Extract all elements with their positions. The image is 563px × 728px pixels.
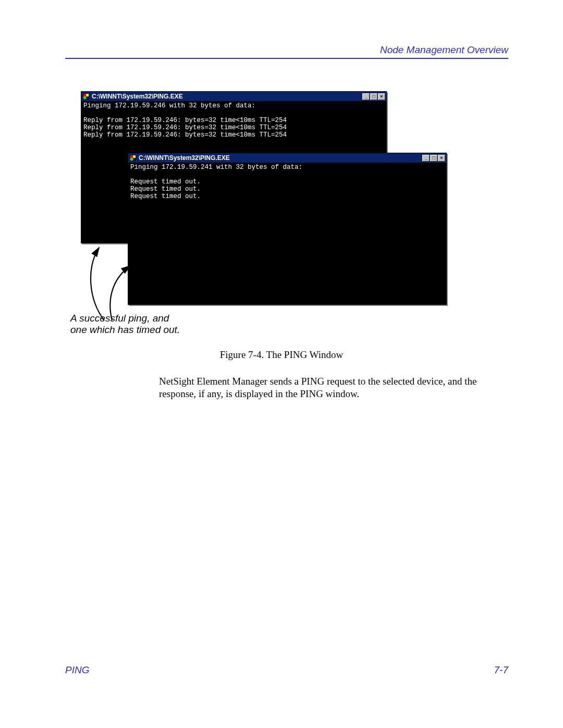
window-controls: _ □ ×: [422, 155, 445, 162]
caption-line: one which has timed out.: [70, 324, 180, 336]
console-output: Pinging 172.19.59.241 with 32 bytes of d…: [128, 163, 446, 202]
maximize-button[interactable]: □: [370, 93, 377, 100]
caption-line: A successful ping, and: [70, 313, 180, 324]
minimize-button[interactable]: _: [362, 93, 370, 100]
close-button[interactable]: ×: [378, 93, 385, 100]
section-title: Node Management Overview: [65, 44, 508, 56]
ms-dos-icon: [129, 154, 137, 162]
figure-area: C:\WINNT\System32\PING.EXE _ □ × Pinging…: [81, 91, 446, 331]
maximize-button[interactable]: □: [430, 155, 437, 162]
svg-rect-2: [86, 94, 89, 96]
svg-rect-1: [83, 94, 86, 96]
titlebar: C:\WINNT\System32\PING.EXE _ □ ×: [81, 92, 386, 101]
figure-label: Figure 7-4. The PING Window: [0, 349, 563, 361]
svg-rect-3: [83, 96, 86, 99]
ms-dos-icon: [82, 93, 90, 100]
page: Node Management Overview C:\WINNT\System…: [0, 0, 563, 728]
footer-left: PING: [65, 664, 89, 676]
console-output: Pinging 172.19.59.246 with 32 bytes of d…: [81, 101, 386, 141]
window-title: C:\WINNT\System32\PING.EXE: [139, 154, 422, 162]
page-header: Node Management Overview: [65, 44, 508, 63]
svg-rect-9: [133, 158, 136, 161]
figure-caption: A successful ping, and one which has tim…: [70, 313, 180, 336]
close-button[interactable]: ×: [438, 155, 445, 162]
body-paragraph: NetSight Element Manager sends a PING re…: [159, 375, 508, 400]
window-title: C:\WINNT\System32\PING.EXE: [92, 93, 362, 100]
svg-rect-8: [130, 158, 133, 161]
titlebar: C:\WINNT\System32\PING.EXE _ □ ×: [128, 153, 446, 163]
header-rule: [65, 58, 508, 59]
ping-window-timeout: C:\WINNT\System32\PING.EXE _ □ × Pinging…: [128, 153, 447, 305]
page-footer: PING 7-7: [65, 664, 508, 676]
minimize-button[interactable]: _: [422, 155, 430, 162]
svg-rect-6: [130, 155, 133, 158]
svg-rect-7: [133, 155, 136, 158]
window-controls: _ □ ×: [362, 93, 385, 100]
footer-page-number: 7-7: [494, 664, 508, 676]
svg-rect-4: [86, 96, 89, 99]
